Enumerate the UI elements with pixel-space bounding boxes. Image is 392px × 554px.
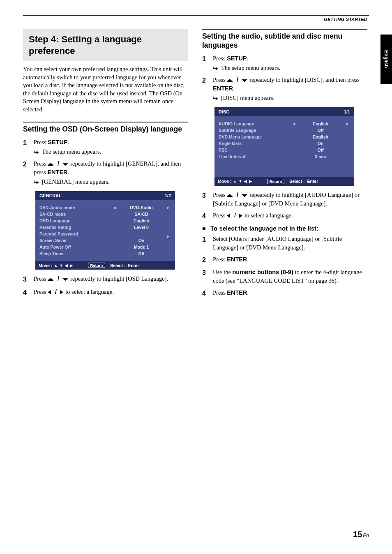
right-icon	[239, 214, 243, 218]
osd-row: Subtitle LanguageOff	[219, 127, 350, 134]
osd-menu-general: GENERAL 1/2 DVD-Audio modeDVD-Audio◀▶SA-…	[35, 191, 175, 270]
down-icon	[242, 194, 248, 198]
header-label: GETTING STARTED	[23, 17, 369, 23]
osd-row-value: DVD-Audio◀▶	[112, 205, 171, 210]
step-number: 2	[202, 255, 213, 265]
step-number: 2	[202, 76, 213, 85]
osd-row-label: Subtitle Language	[219, 128, 291, 133]
osd-row-value: Level 8	[112, 225, 171, 230]
top-rule	[23, 15, 369, 16]
osd-row-value: Off	[112, 251, 171, 256]
left-column: Step 4: Setting a language preference Yo…	[23, 29, 188, 302]
osd-row: SA-CD modeSA-CD	[39, 211, 171, 217]
osd-row: Auto Power OffMode 1	[39, 244, 171, 250]
button-label: ENTER	[213, 85, 233, 92]
language-tab: English	[380, 35, 392, 84]
button-label: ENTER	[47, 169, 67, 175]
step-item: 3 Use the numeric buttons (0-9) to enter…	[202, 268, 367, 285]
step-number: 3	[202, 191, 213, 200]
page-number: 15En	[353, 530, 369, 539]
step-number: 3	[23, 275, 34, 284]
osd-row-label: PBC	[219, 148, 291, 152]
result-text: [GENERAL] menu appears.	[42, 178, 110, 186]
result-text: The setup menu appears.	[221, 64, 280, 72]
result-text: [DISC] menu appears.	[221, 94, 274, 102]
osd-row-value: English	[112, 218, 171, 223]
osd-row: Parental Password▶	[39, 231, 171, 237]
step-item: 1 Press SETUP. The setup menu appears.	[202, 54, 367, 72]
osd-footer-select: Select : Enter	[110, 263, 139, 268]
step-number: 4	[202, 289, 213, 298]
osd-footer-return: Return	[267, 179, 285, 184]
osd-footer-move: Move : ▲ ▼ ◀ ▶	[39, 263, 73, 268]
section-rule	[202, 29, 367, 30]
osd-row: DVD-Audio modeDVD-Audio◀▶	[39, 204, 171, 211]
section-heading-disc: Setting the audio, subtitle and disc men…	[202, 32, 367, 50]
button-label: SETUP	[48, 139, 67, 145]
osd-row: Screen SaverOn	[39, 237, 171, 244]
osd-row-label: Screen Saver	[39, 238, 112, 243]
step-text: Press	[34, 139, 48, 145]
osd-row-label: Auto Power Off	[39, 245, 112, 249]
up-icon	[48, 278, 54, 282]
osd-row-label: DVD Menu Language	[219, 134, 291, 139]
step-number: 1	[202, 54, 213, 64]
osd-row-value: Off	[291, 148, 350, 152]
down-icon	[242, 79, 248, 83]
step-item: 4 Press ENTER.	[202, 289, 367, 298]
osd-row-label: Time Interval	[219, 154, 291, 159]
osd-row: AUDIO LanguageEnglish◀▶	[219, 120, 350, 127]
section-heading-osd: Setting the OSD (On-Screen Display) lang…	[23, 125, 188, 134]
step-title-box: Step 4: Setting a language preference	[23, 29, 188, 61]
osd-row-label: Angle Mark	[219, 141, 291, 146]
up-icon	[227, 194, 233, 198]
osd-footer-return: Return	[88, 263, 106, 268]
osd-row-value: 3 sec	[291, 154, 350, 159]
left-icon	[48, 290, 52, 295]
result-text: The setup menu appears.	[42, 148, 101, 156]
osd-row-label: AUDIO Language	[219, 121, 291, 126]
step-number: 4	[23, 288, 34, 297]
osd-row: PBCOff	[219, 147, 350, 153]
sub-heading-notinlist: ■ To select the language not in the list…	[202, 225, 367, 232]
step-item: 2 Press / repeatedly to highlight [GENER…	[23, 159, 188, 186]
osd-row-label: Parental Password	[39, 231, 112, 236]
intro-paragraph: You can select your own preferred langua…	[23, 65, 188, 113]
result-arrow-icon	[213, 94, 221, 102]
osd-row: Angle MarkOn	[219, 140, 350, 147]
osd-row-label: DVD-Audio mode	[39, 205, 112, 210]
step-item: 4 Press / to select a language.	[202, 211, 367, 221]
osd-row-label: SA-CD mode	[39, 212, 112, 217]
down-icon	[62, 278, 69, 282]
step-number: 3	[202, 268, 213, 277]
button-label: ENTER	[227, 289, 247, 296]
step-item: 2 Press / repeatedly to highlight [DISC]…	[202, 76, 367, 102]
osd-row-label: Sleep Timer	[39, 251, 112, 256]
step-number: 2	[23, 159, 34, 169]
osd-footer-select: Select : Enter	[289, 179, 318, 184]
osd-row-value: Mode 1	[112, 245, 171, 249]
osd-row-value: English◀▶	[291, 121, 350, 126]
step-item: 3 Press / repeatedly to highlight [OSD L…	[23, 275, 188, 284]
osd-row-value: English	[291, 134, 350, 139]
osd-row: DVD Menu LanguageEnglish	[219, 134, 350, 140]
osd-row: Parental RatingLevel 8	[39, 224, 171, 231]
osd-row: Time Interval3 sec	[219, 153, 350, 160]
step-item: 3 Press / repeatedly to highlight [AUDIO…	[202, 191, 367, 208]
osd-row-label: OSD Language	[39, 218, 112, 223]
osd-page-indicator: 1/2	[165, 193, 171, 198]
osd-menu-disc: DISC 1/1 AUDIO LanguageEnglish◀▶Subtitle…	[214, 107, 354, 186]
osd-title-text: GENERAL	[39, 193, 62, 198]
osd-page-indicator: 1/1	[344, 109, 350, 114]
osd-title-text: DISC	[219, 109, 229, 114]
osd-row-value: SA-CD	[112, 212, 171, 217]
step-title: Step 4: Setting a language preference	[29, 34, 182, 56]
osd-row: OSD LanguageEnglish	[39, 217, 171, 224]
right-column: Setting the audio, subtitle and disc men…	[202, 29, 367, 302]
osd-row: Sleep TimerOff	[39, 250, 171, 257]
step-item: 4 Press / to select a language.	[23, 288, 188, 297]
up-icon	[227, 79, 233, 83]
result-arrow-icon	[213, 64, 221, 72]
result-arrow-icon	[34, 148, 42, 156]
up-icon	[48, 163, 54, 166]
